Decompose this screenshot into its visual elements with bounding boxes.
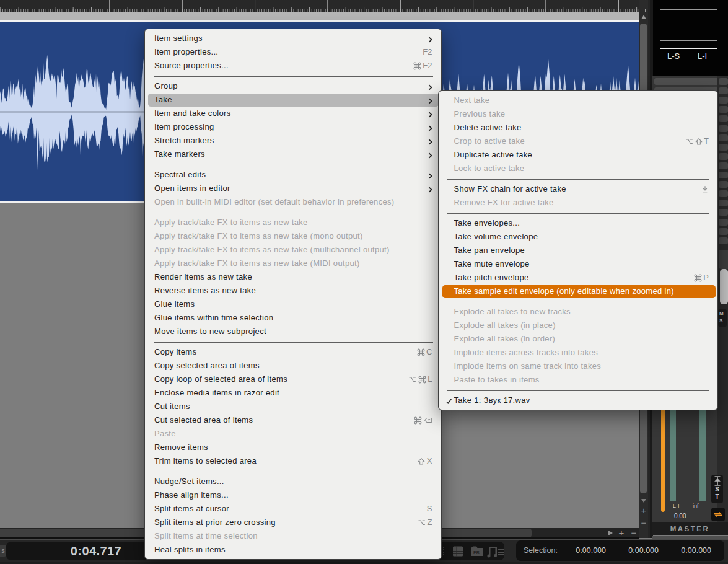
svg-text:PR: PR bbox=[473, 550, 480, 555]
svg-text:L-I: L-I bbox=[698, 51, 707, 61]
svg-text:L-S: L-S bbox=[667, 51, 680, 61]
